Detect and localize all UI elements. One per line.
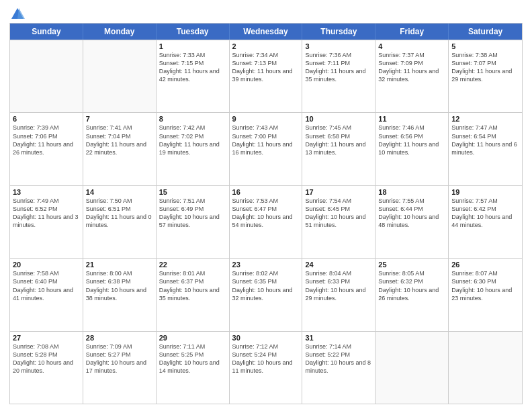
calendar-day-4: 4Sunrise: 7:37 AMSunset: 7:09 PMDaylight… — [375, 40, 449, 112]
day-info: Sunrise: 7:38 AMSunset: 7:07 PMDaylight:… — [451, 51, 519, 84]
day-number: 20 — [13, 261, 80, 269]
calendar-day-5: 5Sunrise: 7:38 AMSunset: 7:07 PMDaylight… — [449, 40, 522, 112]
calendar-empty-cell — [375, 332, 449, 404]
calendar-day-12: 12Sunrise: 7:47 AMSunset: 6:54 PMDayligh… — [449, 113, 522, 185]
day-info: Sunrise: 7:45 AMSunset: 6:58 PMDaylight:… — [305, 124, 372, 156]
calendar-body: 1Sunrise: 7:33 AMSunset: 7:15 PMDaylight… — [10, 40, 522, 404]
calendar-day-28: 28Sunrise: 7:09 AMSunset: 5:27 PMDayligh… — [83, 332, 157, 404]
calendar-day-6: 6Sunrise: 7:39 AMSunset: 7:06 PMDaylight… — [10, 113, 83, 185]
calendar-day-17: 17Sunrise: 7:54 AMSunset: 6:45 PMDayligh… — [302, 186, 375, 258]
svg-marker-1 — [17, 8, 25, 19]
calendar-day-20: 20Sunrise: 7:58 AMSunset: 6:40 PMDayligh… — [10, 259, 83, 330]
day-number: 29 — [159, 334, 226, 342]
page-header — [9, 7, 523, 19]
calendar-day-27: 27Sunrise: 7:08 AMSunset: 5:28 PMDayligh… — [10, 332, 83, 404]
calendar-day-14: 14Sunrise: 7:50 AMSunset: 6:51 PMDayligh… — [83, 186, 157, 258]
day-info: Sunrise: 8:01 AMSunset: 6:37 PMDaylight:… — [159, 269, 226, 302]
day-info: Sunrise: 7:33 AMSunset: 7:15 PMDaylight:… — [159, 51, 226, 84]
day-info: Sunrise: 7:53 AMSunset: 6:47 PMDaylight:… — [232, 197, 300, 230]
calendar-day-26: 26Sunrise: 8:07 AMSunset: 6:30 PMDayligh… — [449, 259, 522, 330]
day-info: Sunrise: 7:08 AMSunset: 5:28 PMDaylight:… — [13, 342, 80, 375]
day-info: Sunrise: 7:58 AMSunset: 6:40 PMDaylight:… — [13, 269, 80, 302]
day-info: Sunrise: 7:51 AMSunset: 6:49 PMDaylight:… — [159, 197, 226, 230]
calendar-day-11: 11Sunrise: 7:46 AMSunset: 6:56 PMDayligh… — [375, 113, 449, 185]
logo — [9, 7, 26, 19]
calendar-day-3: 3Sunrise: 7:36 AMSunset: 7:11 PMDaylight… — [302, 40, 375, 112]
day-info: Sunrise: 7:43 AMSunset: 7:00 PMDaylight:… — [232, 124, 300, 156]
calendar-day-16: 16Sunrise: 7:53 AMSunset: 6:47 PMDayligh… — [230, 186, 303, 258]
day-number: 3 — [305, 42, 372, 50]
calendar-empty-cell — [83, 40, 157, 112]
day-number: 7 — [86, 115, 153, 123]
calendar-day-19: 19Sunrise: 7:57 AMSunset: 6:42 PMDayligh… — [449, 186, 522, 258]
calendar-empty-cell — [10, 40, 83, 112]
day-number: 16 — [232, 188, 300, 196]
calendar-day-18: 18Sunrise: 7:55 AMSunset: 6:44 PMDayligh… — [375, 186, 449, 258]
day-number: 5 — [451, 42, 519, 50]
day-number: 13 — [13, 188, 80, 196]
calendar: SundayMondayTuesdayWednesdayThursdayFrid… — [9, 23, 523, 404]
day-info: Sunrise: 7:14 AMSunset: 5:22 PMDaylight:… — [305, 342, 372, 375]
calendar-day-22: 22Sunrise: 8:01 AMSunset: 6:37 PMDayligh… — [157, 259, 230, 330]
day-info: Sunrise: 7:46 AMSunset: 6:56 PMDaylight:… — [378, 124, 445, 156]
day-number: 27 — [13, 334, 80, 342]
day-number: 19 — [451, 188, 519, 196]
day-number: 22 — [159, 261, 226, 269]
calendar-day-31: 31Sunrise: 7:14 AMSunset: 5:22 PMDayligh… — [302, 332, 375, 404]
day-number: 9 — [232, 115, 300, 123]
calendar-day-8: 8Sunrise: 7:42 AMSunset: 7:02 PMDaylight… — [157, 113, 230, 185]
day-info: Sunrise: 7:11 AMSunset: 5:25 PMDaylight:… — [159, 342, 226, 375]
day-info: Sunrise: 7:36 AMSunset: 7:11 PMDaylight:… — [305, 51, 372, 84]
calendar-header: SundayMondayTuesdayWednesdayThursdayFrid… — [10, 24, 522, 40]
day-info: Sunrise: 7:47 AMSunset: 6:54 PMDaylight:… — [451, 124, 519, 156]
day-info: Sunrise: 7:50 AMSunset: 6:51 PMDaylight:… — [86, 197, 153, 230]
day-header-sunday: Sunday — [10, 24, 83, 40]
day-number: 21 — [86, 261, 153, 269]
calendar-day-25: 25Sunrise: 8:05 AMSunset: 6:32 PMDayligh… — [375, 259, 449, 330]
calendar-day-2: 2Sunrise: 7:34 AMSunset: 7:13 PMDaylight… — [230, 40, 303, 112]
calendar-day-30: 30Sunrise: 7:12 AMSunset: 5:24 PMDayligh… — [230, 332, 303, 404]
day-number: 28 — [86, 334, 153, 342]
calendar-day-7: 7Sunrise: 7:41 AMSunset: 7:04 PMDaylight… — [83, 113, 157, 185]
day-info: Sunrise: 8:07 AMSunset: 6:30 PMDaylight:… — [451, 269, 519, 302]
day-info: Sunrise: 8:00 AMSunset: 6:38 PMDaylight:… — [86, 269, 153, 302]
day-number: 6 — [13, 115, 80, 123]
calendar-day-21: 21Sunrise: 8:00 AMSunset: 6:38 PMDayligh… — [83, 259, 157, 330]
day-header-tuesday: Tuesday — [157, 24, 230, 40]
day-header-monday: Monday — [83, 24, 157, 40]
day-info: Sunrise: 7:42 AMSunset: 7:02 PMDaylight:… — [159, 124, 226, 156]
day-number: 26 — [451, 261, 519, 269]
day-info: Sunrise: 7:37 AMSunset: 7:09 PMDaylight:… — [378, 51, 445, 84]
calendar-empty-cell — [449, 332, 522, 404]
day-number: 24 — [305, 261, 372, 269]
day-info: Sunrise: 7:54 AMSunset: 6:45 PMDaylight:… — [305, 197, 372, 230]
day-number: 17 — [305, 188, 372, 196]
day-number: 31 — [305, 334, 372, 342]
day-number: 10 — [305, 115, 372, 123]
day-info: Sunrise: 8:05 AMSunset: 6:32 PMDaylight:… — [378, 269, 445, 302]
calendar-day-29: 29Sunrise: 7:11 AMSunset: 5:25 PMDayligh… — [157, 332, 230, 404]
calendar-week-1: 1Sunrise: 7:33 AMSunset: 7:15 PMDaylight… — [10, 40, 522, 112]
calendar-day-24: 24Sunrise: 8:04 AMSunset: 6:33 PMDayligh… — [302, 259, 375, 330]
day-info: Sunrise: 7:34 AMSunset: 7:13 PMDaylight:… — [232, 51, 300, 84]
day-info: Sunrise: 8:02 AMSunset: 6:35 PMDaylight:… — [232, 269, 300, 302]
day-number: 23 — [232, 261, 300, 269]
day-info: Sunrise: 7:55 AMSunset: 6:44 PMDaylight:… — [378, 197, 445, 230]
day-info: Sunrise: 7:39 AMSunset: 7:06 PMDaylight:… — [13, 124, 80, 156]
day-number: 30 — [232, 334, 300, 342]
calendar-day-1: 1Sunrise: 7:33 AMSunset: 7:15 PMDaylight… — [157, 40, 230, 112]
calendar-week-3: 13Sunrise: 7:49 AMSunset: 6:52 PMDayligh… — [10, 185, 522, 258]
day-number: 15 — [159, 188, 226, 196]
day-header-friday: Friday — [375, 24, 449, 40]
calendar-week-5: 27Sunrise: 7:08 AMSunset: 5:28 PMDayligh… — [10, 331, 522, 404]
day-number: 18 — [378, 188, 445, 196]
day-info: Sunrise: 7:49 AMSunset: 6:52 PMDaylight:… — [13, 197, 80, 230]
calendar-day-15: 15Sunrise: 7:51 AMSunset: 6:49 PMDayligh… — [157, 186, 230, 258]
day-number: 1 — [159, 42, 226, 50]
day-info: Sunrise: 7:12 AMSunset: 5:24 PMDaylight:… — [232, 342, 300, 375]
day-number: 11 — [378, 115, 445, 123]
day-info: Sunrise: 7:57 AMSunset: 6:42 PMDaylight:… — [451, 197, 519, 230]
day-header-saturday: Saturday — [449, 24, 522, 40]
day-info: Sunrise: 7:41 AMSunset: 7:04 PMDaylight:… — [86, 124, 153, 156]
day-number: 4 — [378, 42, 445, 50]
